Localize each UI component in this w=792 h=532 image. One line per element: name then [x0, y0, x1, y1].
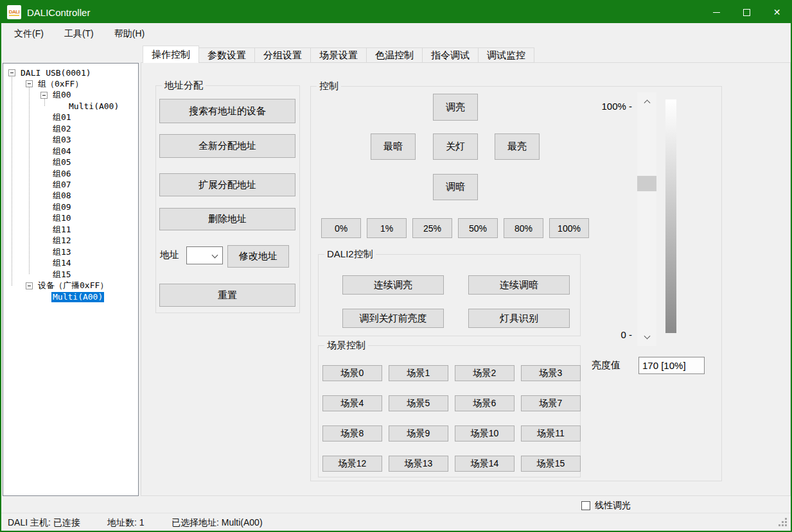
- tree-item[interactable]: 组00: [40, 90, 73, 101]
- tree-item[interactable]: 组02: [40, 123, 73, 134]
- address-combobox[interactable]: [186, 246, 223, 264]
- assign-new-address-button[interactable]: 全新分配地址: [159, 134, 295, 158]
- tree-item[interactable]: 组01: [40, 112, 73, 123]
- tree-item-label: 组04: [51, 146, 73, 157]
- dim-button[interactable]: 调暗: [433, 174, 478, 200]
- continuous-brighten-button[interactable]: 连续调亮: [342, 275, 444, 295]
- scene-button[interactable]: 场景9: [389, 425, 448, 442]
- brighten-button[interactable]: 调亮: [433, 94, 478, 121]
- delete-address-button[interactable]: 删除地址: [159, 208, 295, 230]
- menu-item[interactable]: 帮助(H): [107, 24, 152, 44]
- brightest-button[interactable]: 最亮: [495, 133, 540, 160]
- tab[interactable]: 指令调试: [422, 47, 479, 63]
- tree-item-label: 组10: [51, 213, 73, 223]
- tree-item[interactable]: DALI USB(0001): [8, 67, 92, 78]
- scene-button[interactable]: 场景0: [322, 365, 382, 381]
- percent-button[interactable]: 25%: [412, 218, 452, 238]
- tree-item[interactable]: 组09: [40, 202, 73, 212]
- scene-button[interactable]: 场景4: [322, 395, 382, 411]
- scene-button[interactable]: 场景1: [389, 365, 448, 381]
- tree-item[interactable]: Multi(A00): [40, 291, 104, 302]
- tree-item[interactable]: 设备（广播0xFF）: [26, 280, 109, 291]
- status-host: DALI 主机: 已连接: [8, 517, 80, 529]
- percent-button[interactable]: 100%: [549, 218, 589, 238]
- search-addressed-devices-button[interactable]: 搜索有地址的设备: [159, 99, 295, 123]
- resize-grip[interactable]: [785, 524, 787, 526]
- tree-item[interactable]: 组15: [40, 269, 73, 280]
- tree-item[interactable]: 组03: [40, 135, 73, 146]
- menu-item[interactable]: 文件(F): [6, 24, 51, 44]
- tree-item[interactable]: 组10: [40, 213, 73, 224]
- group-title: DALI2控制: [324, 248, 376, 261]
- scene-button[interactable]: 场景12: [322, 456, 382, 472]
- tab[interactable]: 操作控制: [143, 46, 199, 63]
- modify-address-button[interactable]: 修改地址: [227, 245, 289, 268]
- tree-item[interactable]: 组12: [40, 236, 73, 246]
- scene-button[interactable]: 场景7: [521, 395, 581, 411]
- percent-button[interactable]: 80%: [504, 218, 543, 238]
- tree-item-label: 组15: [51, 270, 73, 280]
- tree-expand-minus-icon[interactable]: [26, 80, 33, 87]
- tree-item[interactable]: 组07: [40, 180, 73, 191]
- brightness-scrollbar[interactable]: [637, 92, 656, 346]
- tree-item[interactable]: 组04: [40, 146, 73, 157]
- scene-button[interactable]: 场景13: [389, 456, 448, 472]
- tree-item-label: 组00: [51, 90, 73, 100]
- scene-button[interactable]: 场景5: [389, 395, 448, 411]
- status-selected-address: 已选择地址: Multi(A00): [172, 517, 263, 529]
- tree-item-label: 组05: [51, 157, 73, 167]
- minimize-button[interactable]: [701, 0, 732, 24]
- linear-dimming-checkbox[interactable]: [581, 501, 590, 510]
- scrollbar-thumb[interactable]: [637, 176, 656, 191]
- darkest-button[interactable]: 最暗: [371, 133, 416, 160]
- group-title: 地址分配: [162, 80, 206, 92]
- minimize-icon: [713, 12, 720, 13]
- tree-item[interactable]: 组05: [40, 157, 73, 168]
- tree-item[interactable]: 组（0xFF）: [26, 78, 84, 89]
- close-button[interactable]: ✕: [762, 0, 792, 24]
- scene-button[interactable]: 场景14: [455, 456, 515, 472]
- tree-expand-minus-icon[interactable]: [40, 92, 48, 99]
- scene-button[interactable]: 场景2: [455, 365, 515, 381]
- scroll-up-button[interactable]: [637, 92, 656, 109]
- tree-item[interactable]: 组13: [40, 246, 73, 257]
- scene-button[interactable]: 场景10: [455, 425, 515, 442]
- tab[interactable]: 场景设置: [310, 47, 367, 63]
- tab[interactable]: 调试监控: [478, 47, 534, 63]
- reset-button[interactable]: 重置: [159, 284, 295, 307]
- scene-button[interactable]: 场景6: [455, 395, 515, 411]
- group-title: 场景控制: [324, 339, 368, 352]
- percent-button[interactable]: 0%: [321, 218, 361, 238]
- tree-item[interactable]: 组08: [40, 191, 73, 202]
- tab[interactable]: 色温控制: [366, 47, 423, 63]
- app-icon-text: DALI: [9, 9, 20, 16]
- brightness-value-input[interactable]: [638, 357, 705, 374]
- maximize-button[interactable]: [732, 0, 762, 24]
- tree-item[interactable]: 组14: [40, 258, 73, 269]
- continuous-dim-button[interactable]: 连续调暗: [468, 275, 570, 295]
- tree-expand-minus-icon[interactable]: [26, 282, 33, 289]
- luminaire-identify-button[interactable]: 灯具识别: [468, 309, 570, 328]
- tab[interactable]: 参数设置: [198, 47, 255, 63]
- tree-item-label: 组（0xFF）: [37, 79, 84, 89]
- scene-button[interactable]: 场景8: [322, 425, 382, 442]
- scroll-down-button[interactable]: [637, 329, 656, 346]
- tree-item-label: 组03: [51, 135, 73, 145]
- tree-item[interactable]: 组06: [40, 168, 73, 179]
- tab[interactable]: 分组设置: [254, 47, 311, 63]
- percent-button[interactable]: 50%: [458, 218, 498, 238]
- tree-item[interactable]: 组11: [40, 224, 73, 235]
- tree-item[interactable]: Multi(A00): [57, 101, 120, 112]
- extend-assign-address-button[interactable]: 扩展分配地址: [159, 173, 295, 196]
- scene-button[interactable]: 场景3: [521, 365, 581, 381]
- tree-expand-minus-icon[interactable]: [8, 69, 15, 76]
- scene-button[interactable]: 场景11: [521, 425, 581, 442]
- menu-item[interactable]: 工具(T): [57, 24, 101, 44]
- linear-dimming-label: 线性调光: [595, 500, 631, 511]
- lights-off-button[interactable]: 关灯: [433, 133, 478, 160]
- percent-button[interactable]: 1%: [367, 218, 407, 238]
- scene-button[interactable]: 场景15: [521, 456, 581, 472]
- restore-pre-off-brightness-button[interactable]: 调到关灯前亮度: [342, 309, 444, 328]
- device-tree[interactable]: DALI USB(0001) 组（0xFF） 组00 Multi(A00) 组0…: [3, 63, 139, 496]
- tree-item-label: 组07: [51, 180, 73, 190]
